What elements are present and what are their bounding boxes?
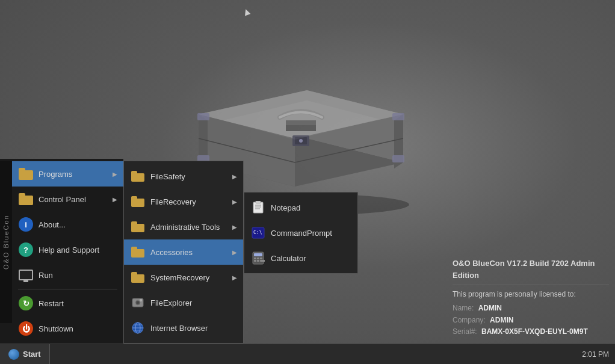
svg-rect-33 (256, 201, 261, 203)
programs-submenu: FileSafety ▶ FileRecovery ▶ Admini (123, 161, 244, 344)
name-label: Name: (453, 304, 474, 312)
restart-circle: ↻ (19, 296, 33, 310)
name-row: Name: ADMIN (453, 303, 609, 314)
submenu-calculator[interactable]: Calculator (244, 245, 357, 271)
calculator-label: Calculator (271, 254, 306, 263)
folder-icon (18, 166, 34, 182)
serial-row: Serial#: BAMX-0X5F-VXQD-EUYL-0M9T (453, 326, 609, 338)
submenu-fileexplorer[interactable]: FileExplorer (124, 290, 243, 315)
menu-divider (18, 289, 117, 289)
svg-rect-39 (257, 258, 259, 259)
submenu-filesafety[interactable]: FileSafety ▶ (124, 164, 243, 189)
notepad-icon (250, 200, 266, 215)
svg-rect-29 (253, 202, 263, 213)
sidebar: Programs ▶ Control Panel ▶ i About. (0, 159, 123, 344)
help-icon: ? (18, 242, 34, 258)
svg-point-16 (299, 139, 303, 143)
help-label: Help and Support (39, 245, 99, 254)
sidebar-item-help[interactable]: ? Help and Support (12, 237, 123, 262)
run-icon (18, 267, 34, 283)
serial-label: Serial#: (453, 327, 477, 336)
info-icon: i (18, 217, 34, 232)
svg-rect-40 (260, 258, 262, 259)
shutdown-circle: ⏻ (19, 321, 33, 336)
shutdown-label: Shutdown (39, 324, 73, 333)
name-value: ADMIN (478, 304, 502, 312)
svg-rect-43 (260, 260, 265, 262)
svg-rect-12 (392, 113, 404, 120)
sidebar-item-about[interactable]: i About... (12, 212, 123, 237)
sysrecovery-label: SystemRecovery (150, 273, 209, 282)
arrow-filesafety: ▶ (232, 173, 237, 180)
folder-icon-2 (18, 191, 34, 207)
svg-rect-23 (140, 299, 142, 301)
arrow-sysrecovery: ▶ (232, 274, 237, 281)
serial-value: BAMX-0X5F-VXQD-EUYL-0M9T (481, 327, 588, 336)
cmd-icon: C:\ (250, 225, 266, 241)
arrow-accessories: ▶ (232, 249, 237, 256)
company-value: ADMIN (490, 316, 513, 324)
submenu-command-prompt[interactable]: C:\ CommandPrompt (244, 220, 357, 245)
submenu-sysrecovery[interactable]: SystemRecovery ▶ (124, 265, 243, 290)
brand-label: O&O BlueCon (0, 161, 12, 323)
help-circle: ? (19, 242, 33, 257)
info-title: O&O BlueCon V17.2 Build 7202 Admin Editi… (453, 258, 609, 283)
globe-icon (130, 320, 146, 336)
submenu-admin-tools[interactable]: Administrative Tools ▶ (124, 214, 243, 239)
company-row: Company: ADMIN (453, 315, 609, 326)
svg-rect-13 (392, 155, 404, 162)
svg-rect-41 (254, 260, 256, 262)
control-panel-label: Control Panel (39, 195, 86, 204)
arrow-icon-2: ▶ (113, 196, 117, 203)
disk-icon (130, 295, 146, 310)
internet-browser-label: Internet Browser (150, 324, 208, 333)
svg-rect-37 (254, 253, 262, 256)
start-label: Start (23, 350, 41, 359)
about-label: About... (39, 220, 66, 229)
admin-tools-label: Administrative Tools (150, 223, 220, 232)
restart-label: Restart (39, 299, 64, 308)
folder-icon-sr (130, 270, 146, 285)
taskbar-time: 2:01 PM (582, 350, 609, 359)
arrow-filerecovery: ▶ (232, 199, 237, 205)
folder-icon-fr (130, 194, 146, 209)
programs-label: Programs (39, 170, 72, 179)
desktop: O&O BlueCon Programs ▶ (0, 0, 615, 364)
folder-icon-acc (130, 244, 146, 260)
svg-point-22 (137, 301, 139, 304)
submenu-accessories[interactable]: Accessories ▶ (124, 239, 243, 265)
sidebar-item-run[interactable]: Run (12, 262, 123, 288)
info-divider (453, 285, 609, 285)
command-prompt-label: CommandPrompt (271, 229, 332, 238)
submenu-filerecovery[interactable]: FileRecovery ▶ (124, 189, 243, 214)
run-label: Run (39, 271, 53, 280)
start-button[interactable]: Start (0, 344, 50, 364)
sidebar-item-control-panel[interactable]: Control Panel ▶ (12, 187, 123, 212)
folder-icon-at (130, 219, 146, 235)
submenu-internet-browser[interactable]: Internet Browser (124, 315, 243, 341)
filerecovery-label: FileRecovery (150, 197, 196, 206)
filesafety-label: FileSafety (150, 172, 185, 181)
arrow-icon: ▶ (113, 171, 117, 177)
folder-icon-fs (130, 168, 146, 184)
sidebar-item-programs[interactable]: Programs ▶ (12, 161, 123, 187)
start-menu: O&O BlueCon Programs ▶ (0, 159, 358, 344)
monitor-icon (19, 270, 33, 280)
svg-rect-38 (254, 258, 256, 259)
start-globe-icon (8, 349, 19, 360)
restart-icon: ↻ (18, 295, 34, 311)
svg-text:C:\: C:\ (253, 230, 262, 235)
submenu-notepad[interactable]: Notepad (244, 195, 357, 220)
mouse-cursor (243, 8, 251, 16)
arrow-admin-tools: ▶ (232, 224, 237, 230)
svg-rect-9 (197, 113, 209, 120)
accessories-label: Accessories (150, 248, 193, 257)
calculator-icon (250, 250, 266, 266)
shutdown-icon: ⏻ (18, 321, 34, 336)
svg-rect-42 (257, 260, 259, 262)
taskbar: Start 2:01 PM (0, 344, 615, 364)
accessories-submenu: Notepad C:\ CommandPrompt (244, 192, 358, 274)
licensed-to-text: This program is personally licensed to: (453, 289, 609, 300)
sidebar-item-shutdown[interactable]: ⏻ Shutdown (12, 316, 123, 341)
sidebar-item-restart[interactable]: ↻ Restart (12, 291, 123, 316)
